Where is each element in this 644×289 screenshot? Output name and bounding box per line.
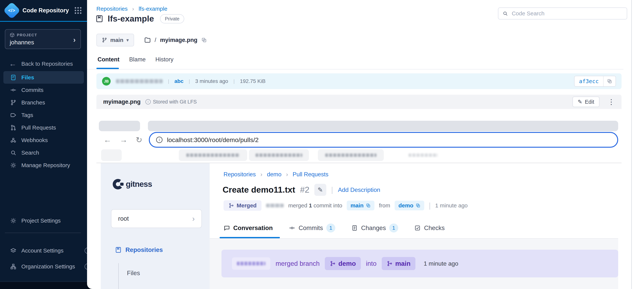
bookmark-chip: [179, 149, 247, 161]
file-tabs: Content Blame History: [98, 56, 173, 63]
tab-history[interactable]: History: [156, 56, 173, 63]
sidebar-item-search[interactable]: Search: [3, 146, 84, 159]
merged-state-badge: Merged: [224, 200, 262, 211]
chat-icon: [224, 225, 230, 231]
sidebar-item-commits[interactable]: Commits: [3, 84, 84, 96]
commit-sha[interactable]: af3ecc: [574, 76, 603, 86]
more-options-icon[interactable]: ⋮: [608, 98, 615, 106]
base-branch-chip: main: [347, 201, 374, 210]
sidebar-item-files[interactable]: Files: [3, 71, 84, 84]
embedded-tab-conversation: Conversation: [224, 224, 273, 232]
search-icon: [502, 10, 508, 16]
bookmark-chip: [101, 149, 122, 161]
embedded-pr-title-row: Create demo11.txt #2 ✎ | Add Description: [222, 184, 380, 196]
browser-forward-icon: →: [120, 135, 128, 144]
browser-reload-icon: ↻: [136, 135, 142, 144]
sidebar-divider: [5, 233, 81, 233]
code-search-input[interactable]: [511, 10, 623, 17]
tab-content[interactable]: Content: [98, 56, 120, 63]
project-selector[interactable]: PROJECT johannes ›: [5, 29, 81, 49]
merge-activity-banner: merged branch demo into main 1 minute ag…: [222, 250, 618, 278]
embedded-add-description: Add Description: [338, 186, 380, 193]
file-size: 192.75 KiB: [240, 78, 266, 84]
embedded-author-redacted: [232, 257, 270, 270]
code-search[interactable]: [498, 8, 627, 20]
commit-time: 3 minutes ago: [195, 78, 228, 84]
bookmark-chip: [318, 149, 384, 161]
copy-icon: [416, 203, 420, 208]
bookmark-chip: [249, 149, 309, 161]
chevron-sep: ›: [132, 6, 134, 12]
gitness-logo-icon: [113, 179, 123, 190]
embedded-pr-time: 1 minute ago: [435, 202, 468, 209]
merge-icon: [330, 260, 336, 266]
sidebar-nav: Files Commits Branches Tags Pull Request…: [3, 71, 84, 172]
commit-author-redacted: [116, 79, 163, 83]
embedded-space-selector: root ›: [111, 209, 202, 228]
browser-address-bar: i localhost:3000/root/demo/pulls/2: [149, 132, 618, 148]
banner-time: 1 minute ago: [424, 260, 458, 267]
browser-back-icon: ←: [104, 135, 112, 144]
breadcrumb: Repositories › lfs-example: [96, 6, 167, 12]
tag-icon: [10, 112, 16, 118]
avatar[interactable]: JB: [102, 77, 111, 86]
browser-nav-controls: ← → ↻: [104, 132, 142, 148]
copy-sha-button[interactable]: [603, 76, 616, 86]
folder-icon[interactable]: [144, 37, 151, 44]
commit-message-link[interactable]: abc: [174, 78, 184, 84]
copy-icon[interactable]: [201, 37, 207, 43]
gitness-logo: gitness: [113, 179, 152, 190]
sidebar: </> Code Repository PROJECT johannes › ←…: [0, 0, 87, 289]
file-header-name: myimage.png: [103, 98, 140, 105]
breadcrumb-repositories[interactable]: Repositories: [96, 6, 128, 12]
app-title: Code Repository: [22, 7, 70, 14]
source-branch-chip: demo: [395, 201, 424, 210]
tab-strip-border: [87, 69, 624, 70]
main-content: Repositories › lfs-example lfs-example P…: [87, 0, 644, 289]
webhook-icon: [10, 137, 16, 144]
visibility-badge: Private: [160, 14, 184, 24]
back-to-repositories[interactable]: ← Back to Repositories: [9, 60, 73, 68]
layers-icon: [10, 248, 16, 254]
lfs-note: i Stored with Git LFS: [146, 99, 197, 105]
scrollbar[interactable]: [631, 0, 632, 289]
copy-icon: [366, 203, 371, 208]
merge-icon: [228, 203, 234, 208]
branch-icon: [102, 37, 107, 43]
tab-blame[interactable]: Blame: [129, 56, 146, 63]
chevron-down-icon: ▾: [126, 37, 129, 43]
file-path: / myimage.png: [144, 37, 207, 44]
embedded-pr-number: #2: [300, 185, 310, 195]
browser-tab-silhouette: [99, 121, 140, 131]
window-footer-strip: [0, 282, 96, 289]
breadcrumb-repo[interactable]: lfs-example: [138, 6, 167, 12]
sidebar-item-branches[interactable]: Branches: [3, 96, 84, 109]
commits-count-badge: 1: [326, 224, 335, 232]
edit-title-icon: ✎: [314, 184, 326, 196]
file-icon: [352, 225, 358, 231]
embedded-pr-tabs: Conversation Commits 1 Changes 1 Checks: [224, 224, 444, 232]
sidebar-item-webhooks[interactable]: Webhooks: [3, 134, 84, 146]
branch-selector[interactable]: main ▾: [96, 34, 134, 46]
repo-title-row: lfs-example Private: [95, 14, 184, 24]
app-switcher-icon[interactable]: [75, 7, 82, 14]
embedded-tab-checks: Checks: [414, 224, 444, 232]
sidebar-header: </> Code Repository: [0, 0, 87, 22]
sidebar-item-organization-settings[interactable]: Organization Settings i: [3, 260, 97, 273]
edit-button[interactable]: ✎ Edit: [572, 96, 600, 107]
sidebar-item-tags[interactable]: Tags: [3, 109, 84, 121]
browser-tab-silhouette: [148, 121, 618, 131]
app-logo-icon: </>: [3, 2, 20, 19]
embedded-tab-changes: Changes 1: [352, 224, 398, 232]
sidebar-item-project-settings[interactable]: Project Settings: [3, 214, 97, 227]
gear-icon: [10, 162, 16, 168]
sidebar-item-pull-requests[interactable]: Pull Requests: [3, 121, 84, 134]
sidebar-item-account-settings[interactable]: Account Settings i: [3, 244, 97, 257]
file-toolbar: main ▾ / myimage.png: [96, 34, 207, 46]
file-icon: [10, 74, 16, 81]
gear-icon: [10, 218, 16, 224]
browser-url: localhost:3000/root/demo/pulls/2: [167, 136, 259, 144]
sidebar-item-manage-repository[interactable]: Manage Repository: [3, 159, 84, 172]
embedded-nav-files: Files: [127, 270, 140, 277]
search-icon: [10, 150, 16, 156]
